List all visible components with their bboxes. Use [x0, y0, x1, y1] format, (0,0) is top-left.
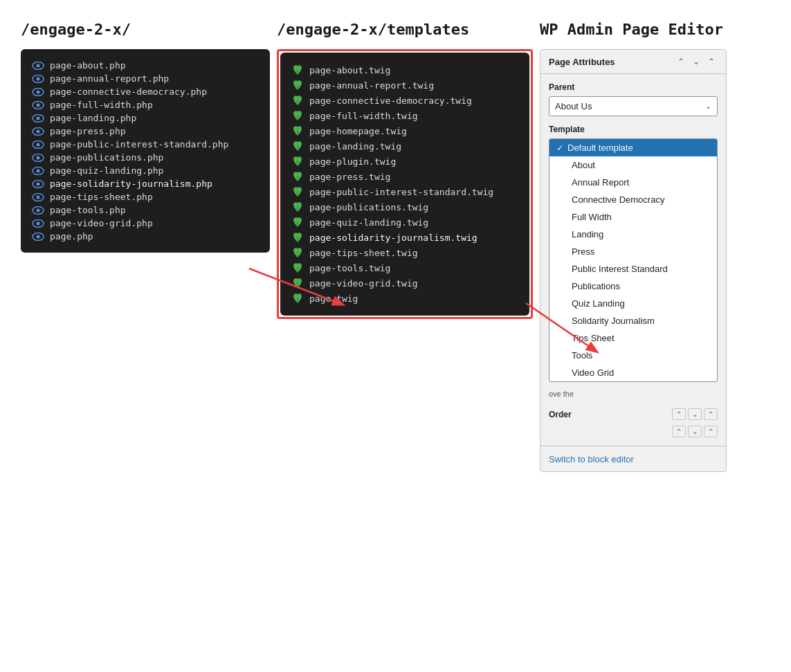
- parent-select[interactable]: About Us ⌄: [549, 96, 718, 116]
- file-name: page-public-interest-standard.twig: [309, 187, 493, 197]
- file-name: page-landing.php: [50, 113, 136, 123]
- template-option[interactable]: Press: [549, 243, 717, 260]
- col2-file-item: page-full-width.twig: [291, 108, 518, 123]
- col1-file-item: page-connective-democracy.php: [32, 85, 259, 98]
- template-option[interactable]: Landing: [549, 226, 717, 243]
- extra-collapse-btn[interactable]: ⌃: [704, 426, 718, 437]
- twig-icon: [291, 277, 304, 289]
- eye-icon: [32, 62, 44, 70]
- file-name: page-tips-sheet.php: [50, 192, 153, 202]
- svg-point-7: [37, 103, 40, 107]
- twig-icon: [291, 140, 304, 152]
- file-name: page-connective-democracy.twig: [309, 96, 472, 106]
- template-option[interactable]: Connective Democracy: [549, 191, 717, 208]
- option-label: Quiz Landing: [572, 298, 625, 309]
- twig-icon: [291, 155, 304, 167]
- extra-up-btn[interactable]: ⌃: [672, 426, 686, 437]
- file-name: page-annual-report.php: [50, 73, 169, 84]
- col2-file-item: page-quiz-landing.twig: [291, 215, 518, 230]
- template-option[interactable]: ✓Default template: [549, 139, 717, 156]
- switch-editor-link[interactable]: Switch to block editor: [549, 454, 634, 464]
- check-mark: ✓: [556, 143, 563, 153]
- twig-icon: [291, 109, 304, 122]
- eye-icon: [32, 219, 44, 228]
- col2-file-item: page-annual-report.twig: [291, 78, 518, 93]
- panel-collapse-btn[interactable]: ⌃: [675, 55, 687, 68]
- panel-body: Parent About Us ⌄ Template ✓Default temp…: [540, 74, 726, 446]
- option-label: Publications: [572, 281, 620, 291]
- file-name: page-full-width.php: [50, 100, 153, 110]
- order-down-btn[interactable]: ⌄: [688, 408, 702, 420]
- col2-file-item: page-connective-democracy.twig: [291, 93, 518, 108]
- svg-point-23: [37, 208, 40, 212]
- template-option[interactable]: Full Width: [549, 208, 717, 226]
- twig-icon: [291, 64, 304, 76]
- col1-title: /engage-2-x/: [21, 21, 270, 38]
- eye-icon: [32, 88, 44, 96]
- file-name: page-homepage.twig: [309, 126, 407, 136]
- twig-icon: [291, 262, 304, 274]
- file-name: page-connective-democracy.php: [50, 87, 207, 97]
- template-option[interactable]: About: [549, 156, 717, 174]
- template-option[interactable]: Quiz Landing: [549, 295, 717, 312]
- option-label: Press: [572, 246, 594, 257]
- option-label: Landing: [572, 229, 603, 239]
- svg-point-15: [37, 156, 40, 159]
- option-label: Tools: [572, 350, 592, 361]
- template-dropdown[interactable]: ✓Default templateAboutAnnual ReportConne…: [549, 138, 718, 382]
- twig-icon: [291, 125, 304, 137]
- file-name: page-video-grid.php: [50, 218, 153, 228]
- col1-file-item: page-quiz-landing.php: [32, 164, 259, 177]
- panel-expand-btn[interactable]: ⌄: [690, 55, 702, 68]
- template-option[interactable]: Solidarity Journalism: [549, 312, 717, 329]
- eye-icon: [32, 180, 44, 188]
- eye-icon: [32, 154, 44, 162]
- option-label: Public Interest Standard: [572, 264, 668, 274]
- order-label: Order: [549, 410, 572, 419]
- eye-icon: [32, 114, 44, 122]
- wp-admin-panel: Page Attributes ⌃ ⌄ ⌃ Parent About Us ⌄ …: [540, 49, 727, 472]
- col2-file-item: page-homepage.twig: [291, 123, 518, 138]
- eye-icon: [32, 127, 44, 136]
- eye-icon: [32, 233, 44, 241]
- template-option[interactable]: Publications: [549, 278, 717, 295]
- file-name: page-video-grid.twig: [309, 278, 418, 289]
- col1-file-item: page-solidarity-journalism.php: [32, 177, 259, 190]
- col2-file-item: page-press.twig: [291, 169, 518, 184]
- col1-file-item: page-video-grid.php: [32, 217, 259, 230]
- panel-close-btn[interactable]: ⌃: [705, 55, 718, 68]
- file-name: page-press.php: [50, 126, 126, 136]
- file-name: page-solidarity-journalism.php: [50, 179, 212, 189]
- parent-label: Parent: [549, 82, 718, 92]
- extra-down-btn[interactable]: ⌄: [688, 426, 702, 437]
- eye-icon: [32, 101, 44, 109]
- col2-file-item: page-plugin.twig: [291, 154, 518, 169]
- template-option[interactable]: Annual Report: [549, 174, 717, 191]
- col1-file-item: page-tools.php: [32, 203, 259, 217]
- svg-point-19: [37, 182, 40, 185]
- svg-point-11: [37, 129, 40, 133]
- template-option[interactable]: Tips Sheet: [549, 329, 717, 347]
- option-label: Video Grid: [572, 367, 614, 378]
- twig-icon: [291, 231, 304, 244]
- col2-file-panel: page-about.twig page-annual-report.twig …: [280, 53, 529, 316]
- order-collapse-btn[interactable]: ⌃: [704, 408, 718, 420]
- file-name: page-full-width.twig: [309, 111, 418, 121]
- template-option[interactable]: Public Interest Standard: [549, 260, 717, 278]
- col2-file-item: page-video-grid.twig: [291, 275, 518, 291]
- option-label: About: [572, 160, 595, 170]
- template-option[interactable]: Video Grid: [549, 364, 717, 381]
- template-option[interactable]: Tools: [549, 347, 717, 364]
- order-up-btn[interactable]: ⌃: [672, 408, 686, 420]
- svg-point-21: [37, 195, 40, 199]
- col2-title: /engage-2-x/templates: [277, 21, 533, 38]
- col1-file-item: page-about.php: [32, 59, 259, 72]
- option-label: Annual Report: [572, 177, 629, 188]
- twig-icon: [291, 94, 304, 107]
- col2-file-item: page-solidarity-journalism.twig: [291, 230, 518, 245]
- file-name: page-annual-report.twig: [309, 80, 434, 91]
- file-name: page-quiz-landing.twig: [309, 217, 428, 228]
- col1-file-panel: page-about.php page-annual-report.php pa…: [21, 49, 270, 253]
- col1-file-item: page-annual-report.php: [32, 72, 259, 85]
- eye-icon: [32, 206, 44, 215]
